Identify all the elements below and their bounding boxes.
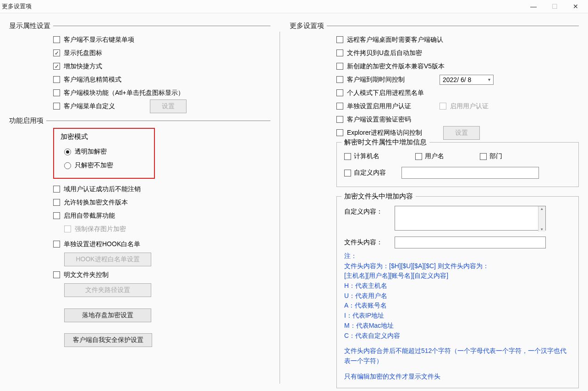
checkbox-module-fn[interactable] (53, 89, 60, 96)
checkbox-hide-context-menu[interactable] (53, 36, 60, 43)
note-limit: 文件头内容合并后不能超过512个字符（一个字母代表一个字符，一个汉字也代表一个字… (344, 346, 571, 366)
label-attr-user: 用户名 (425, 152, 444, 160)
label-attr-custom: 自定义内容 (354, 169, 386, 177)
divider (46, 121, 270, 121)
checkbox-add-shortcut[interactable] (53, 63, 60, 70)
section-display-title: 显示属性设置 (9, 22, 50, 30)
checkbox-builtin-screenshot[interactable] (53, 212, 60, 219)
note-line: M：代表Mac地址 (344, 321, 571, 331)
label-transparent: 透明加解密 (75, 148, 107, 156)
landing-enc-button[interactable]: 落地存盘加密设置 (64, 308, 151, 322)
vertical-separator (280, 32, 280, 384)
label-enable-auth: 启用用户认证 (450, 102, 489, 110)
section-display-header: 显示属性设置 (9, 22, 270, 30)
legend-decrypt-attr: 解密时文件属性中增加信息 (341, 138, 429, 147)
checkbox-msg-lite[interactable] (53, 76, 60, 83)
label-remote-confirm: 远程客户端桌面时需要客户端确认 (347, 36, 443, 44)
hook-whitelist-button[interactable]: HOOK进程白名单设置 (64, 253, 151, 266)
right-column: 更多设置项 远程客户端桌面时需要客户端确认 文件拷贝到U盘后自动加密 新创建的加… (280, 22, 579, 388)
self-protect-button[interactable]: 客户端自我安全保护设置 (64, 333, 152, 347)
window-title: 更多设置项 (2, 2, 523, 11)
close-button[interactable]: ✕ (565, 0, 586, 13)
label-hide-context-menu: 客户端不显示右键菜单项 (64, 36, 134, 44)
note-only: 只有编辑加密的文件才显示文件头 (344, 372, 571, 382)
label-attr-dept: 部门 (489, 152, 502, 160)
explorer-settings-button[interactable]: 设置 (443, 126, 480, 140)
label-v5-compat: 新创建的加密文件版本兼容V5版本 (347, 62, 445, 71)
section-enable-title: 功能启用项 (9, 116, 44, 125)
checkbox-explorer-net[interactable] (336, 129, 343, 136)
note-line: 文件头内容为：[$H][$U][$A][$C] 则文件头内容为： (344, 261, 571, 271)
head-content-input[interactable] (395, 237, 546, 248)
label-menu-custom: 客户端菜单自定义 (64, 102, 115, 110)
checkbox-remote-confirm[interactable] (336, 36, 343, 43)
chevron-down-icon: ▾ (488, 77, 490, 82)
checkbox-convert-ver[interactable] (53, 199, 60, 206)
label-show-tray: 显示托盘图标 (64, 49, 102, 57)
label-convert-ver: 允许转换加密文件版本 (64, 198, 128, 207)
encryption-mode-title: 加密模式 (60, 132, 148, 141)
note-line: U：代表用户名 (344, 291, 571, 301)
folder-path-button[interactable]: 文件夹路径设置 (64, 283, 151, 297)
minimize-button[interactable]: — (523, 0, 544, 13)
label-head-content: 文件头内容： (344, 237, 388, 247)
checkbox-v5-compat[interactable] (336, 63, 343, 70)
checkbox-enable-auth (440, 103, 446, 110)
checkbox-personal-blacklist[interactable] (336, 89, 343, 96)
checkbox-attr-computer[interactable] (344, 153, 351, 160)
label-force-img-enc: 强制保存图片加密 (75, 225, 126, 233)
expire-date-picker[interactable]: 2022/ 6/ 8 ▾ (440, 75, 494, 85)
divider (53, 26, 270, 26)
section-more-title: 更多设置项 (290, 22, 324, 30)
divider (327, 26, 579, 26)
checkbox-no-logout[interactable] (53, 186, 60, 193)
label-need-pwd: 客户端设置需验证密码 (347, 116, 411, 124)
label-module-fn: 客户端模块功能（Atl+单击托盘图标显示） (64, 89, 184, 97)
note-title: 注： (344, 251, 571, 261)
expire-date-value: 2022/ 6/ 8 (443, 76, 471, 83)
head-custom-textarea[interactable] (395, 206, 546, 231)
display-options: 客户端不显示右键菜单项 显示托盘图标 增加快捷方式 客户端消息精简模式 客户端模… (53, 33, 270, 113)
label-builtin-screenshot: 启用自带截屏功能 (64, 212, 115, 220)
checkbox-expire-ctrl[interactable] (336, 76, 343, 83)
attr-custom-input[interactable] (401, 167, 539, 179)
fieldset-decrypt-attr: 解密时文件属性中增加信息 计算机名 用户名 部门 自定义内容 (336, 142, 579, 187)
menu-custom-settings-button[interactable]: 设置 (150, 99, 187, 113)
section-enable-header: 功能启用项 (9, 116, 270, 125)
label-no-logout: 域用户认证成功后不能注销 (64, 185, 141, 193)
label-head-custom: 自定义内容： (344, 206, 388, 216)
checkbox-show-tray[interactable] (53, 50, 60, 56)
checkbox-force-img-enc (64, 226, 71, 232)
note-block: 注： 文件头内容为：[$H][$U][$A][$C] 则文件头内容为： [主机名… (344, 251, 571, 381)
checkbox-plain-folder[interactable] (53, 271, 60, 278)
checkbox-need-pwd[interactable] (336, 116, 343, 123)
checkbox-attr-user[interactable] (415, 153, 422, 160)
label-decrypt-only: 只解密不加密 (75, 161, 113, 170)
note-line: A：代表账号名 (344, 301, 571, 311)
titlebar: 更多设置项 — ☐ ✕ (0, 0, 588, 13)
checkbox-menu-custom[interactable] (53, 103, 60, 110)
label-attr-computer: 计算机名 (354, 152, 379, 160)
checkbox-attr-custom[interactable] (344, 170, 351, 176)
checkbox-attr-dept[interactable] (480, 153, 487, 160)
section-more-header: 更多设置项 (290, 22, 579, 30)
checkbox-usb-auto-enc[interactable] (336, 50, 343, 56)
content: 显示属性设置 客户端不显示右键菜单项 显示托盘图标 增加快捷方式 客户端消息精简… (0, 13, 588, 391)
note-line: [主机名][用户名][账号名][自定义内容] (344, 271, 571, 281)
radio-decrypt-only[interactable] (64, 162, 71, 169)
label-usb-auto-enc: 文件拷贝到U盘后自动加密 (347, 49, 422, 57)
left-column: 显示属性设置 客户端不显示右键菜单项 显示托盘图标 增加快捷方式 客户端消息精简… (9, 22, 280, 388)
maximize-button: ☐ (544, 0, 565, 13)
window-controls: — ☐ ✕ (523, 0, 586, 13)
more-options: 远程客户端桌面时需要客户端确认 文件拷贝到U盘后自动加密 新创建的加密文件版本兼… (336, 33, 579, 388)
enable-options: 加密模式 透明加解密 只解密不加密 域用户认证成功后不能注销 允许转换加密文件版… (53, 128, 270, 350)
note-line: I：代表IP地址 (344, 311, 571, 321)
label-plain-folder: 明文文件夹控制 (64, 271, 109, 279)
label-msg-lite: 客户端消息精简模式 (64, 76, 121, 84)
legend-file-header: 加密文件头中增加内容 (341, 192, 416, 201)
scrollbar[interactable]: ▴▾ (538, 206, 545, 231)
label-explorer-net: Explorer进程网络访问控制 (347, 129, 422, 137)
radio-transparent[interactable] (64, 149, 71, 155)
checkbox-separate-auth[interactable] (336, 103, 343, 110)
checkbox-hook-whitelist[interactable] (53, 241, 60, 248)
